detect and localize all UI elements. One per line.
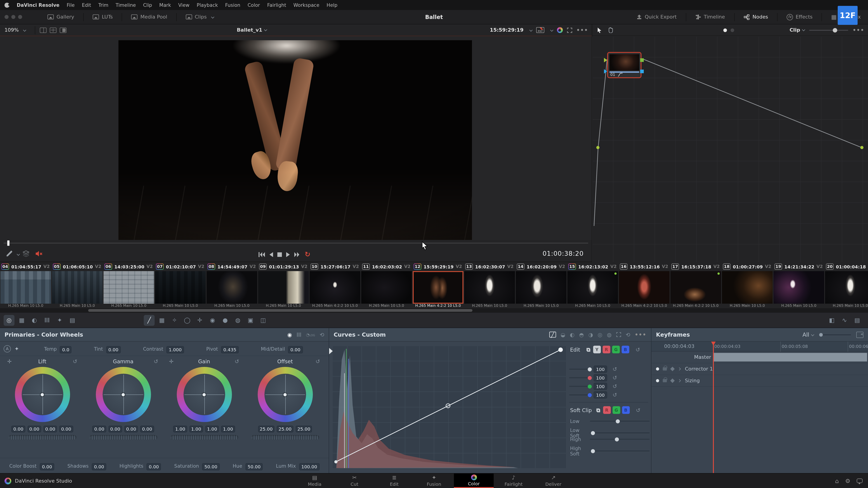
node-graph[interactable]: 01 xyxy=(592,36,868,262)
wheel-value-box[interactable]: 0.00 xyxy=(59,426,73,432)
field-value[interactable]: 0.00 xyxy=(92,463,106,470)
wheel-value-box[interactable]: 1.00 xyxy=(174,426,187,432)
chevron-down-icon[interactable] xyxy=(550,29,553,32)
curves-options-icon[interactable]: ••• xyxy=(635,331,647,338)
page-tab-fusion[interactable]: ✦Fusion xyxy=(414,474,454,488)
clip-thumbnail[interactable] xyxy=(103,271,154,304)
menu-item-help[interactable]: Help xyxy=(327,2,338,8)
color-wheels-icon[interactable]: ◎ xyxy=(4,315,14,326)
channel-slider-knob[interactable] xyxy=(588,376,592,380)
menu-item-view[interactable]: View xyxy=(178,2,189,8)
channel-button-g[interactable]: G xyxy=(612,346,620,353)
soft-slider[interactable] xyxy=(590,439,650,440)
window-minimize-button[interactable] xyxy=(11,15,16,19)
channel-slider[interactable] xyxy=(569,394,590,395)
menu-item-playback[interactable]: Playback xyxy=(197,2,218,8)
sizing-icon[interactable]: ▣ xyxy=(245,315,256,326)
hdr-grade-icon[interactable]: ◐ xyxy=(29,315,40,326)
channel-slider-knob[interactable] xyxy=(588,393,592,397)
tracker-icon[interactable]: ✛ xyxy=(194,315,205,326)
clip-number-badge[interactable]: 15 xyxy=(568,263,576,270)
wheels-mode-icon[interactable]: ◉ xyxy=(287,331,292,338)
channel-button-y[interactable]: Y xyxy=(593,346,601,353)
proxy-icon[interactable]: PXY xyxy=(536,27,544,33)
clip-number-badge[interactable]: 10 xyxy=(311,263,318,270)
page-tab-deliver[interactable]: ↗Deliver xyxy=(533,474,573,488)
clip-thumbnail[interactable] xyxy=(722,271,773,304)
clip-thumbnail[interactable] xyxy=(207,271,257,304)
clip-number-badge[interactable]: 05 xyxy=(53,263,61,270)
window-zoom-button[interactable] xyxy=(18,15,22,19)
soft-slider-knob[interactable] xyxy=(615,437,619,441)
master-wheel-slider[interactable] xyxy=(89,435,157,440)
track-lock-icon[interactable] xyxy=(663,379,667,382)
field-value[interactable]: 0.00 xyxy=(147,463,161,470)
bars-mode-icon[interactable]: ⦀⦀ xyxy=(297,331,301,338)
wheel-value-box[interactable]: 0.00 xyxy=(141,426,154,432)
timeline-button[interactable]: Timeline xyxy=(690,14,730,20)
scrollbar-thumb[interactable] xyxy=(88,309,472,312)
apple-menu-icon[interactable] xyxy=(4,2,9,7)
media-pool-button[interactable]: Media Pool xyxy=(127,10,172,24)
sat-vs-sat-icon[interactable]: ◎ xyxy=(598,331,602,338)
soft-slider-knob[interactable] xyxy=(616,419,620,423)
custom-curve-mode-icon[interactable]: ╱ xyxy=(549,332,556,337)
auto-balance-icon[interactable]: A xyxy=(4,345,11,352)
menu-item-fairlight[interactable]: Fairlight xyxy=(267,2,286,8)
clip-thumbnail[interactable] xyxy=(258,271,309,304)
rgb-output-port[interactable] xyxy=(640,58,644,62)
menu-item-edit[interactable]: Edit xyxy=(82,2,91,8)
clip-thumbnail[interactable] xyxy=(310,271,360,304)
hand-tool-icon[interactable] xyxy=(608,27,614,33)
color-picker-icon[interactable] xyxy=(6,250,12,257)
clip-number-badge[interactable]: 16 xyxy=(620,263,627,270)
channel-value[interactable]: 100 xyxy=(594,374,607,381)
page-tab-fairlight[interactable]: ♪Fairlight xyxy=(494,474,533,488)
page-tab-cut[interactable]: ✂Cut xyxy=(335,474,374,488)
color-wheel-gain[interactable] xyxy=(177,367,232,422)
wheel-value-box[interactable]: 0.00 xyxy=(92,426,106,432)
channel-reset-icon[interactable]: ↺ xyxy=(613,366,617,372)
wheel-center-handle[interactable] xyxy=(283,393,287,396)
play-button[interactable] xyxy=(286,252,290,257)
keyframe-track-sizing[interactable]: Sizing xyxy=(651,375,868,387)
node-zoom-slider[interactable] xyxy=(809,30,848,31)
hue-vs-hue-icon[interactable]: ◒ xyxy=(561,331,565,338)
wheel-value-box[interactable]: 25.00 xyxy=(296,426,312,432)
field-value[interactable]: 0.00 xyxy=(40,463,55,470)
chevron-down-icon[interactable] xyxy=(529,29,532,32)
wheel-value-box[interactable]: 1.00 xyxy=(189,426,203,432)
node-mode-select[interactable]: Clip xyxy=(789,27,805,33)
curve-graph[interactable] xyxy=(333,346,566,468)
field-value[interactable]: 1.000 xyxy=(166,346,184,353)
clip-thumbnail[interactable] xyxy=(0,271,51,304)
keyframe-zoom-slider[interactable] xyxy=(819,334,851,335)
clip-thumbnail[interactable] xyxy=(825,271,868,304)
soft-slider[interactable] xyxy=(590,432,650,433)
channel-value[interactable]: 100 xyxy=(594,383,607,390)
wheel-value-box[interactable]: 25.00 xyxy=(277,426,293,432)
page-tab-edit[interactable]: ≣Edit xyxy=(374,474,414,488)
soft-channel-button-g[interactable]: G xyxy=(612,406,620,414)
track-enable-dot[interactable] xyxy=(656,379,659,382)
motion-effects-icon[interactable]: ✦ xyxy=(54,315,65,326)
wheel-center-handle[interactable] xyxy=(122,393,125,396)
channel-value[interactable]: 100 xyxy=(594,365,607,373)
viewer-scrubber[interactable] xyxy=(0,240,592,246)
menu-item-color[interactable]: Color xyxy=(248,2,260,8)
channel-value[interactable]: 100 xyxy=(594,391,607,398)
wheel-value-box[interactable]: 0.00 xyxy=(108,426,122,432)
field-value[interactable]: 100.00 xyxy=(299,463,319,470)
effects-button[interactable]: fx Effects xyxy=(782,14,817,20)
channel-reset-icon[interactable]: ↺ xyxy=(613,375,617,381)
track-expand-chevron[interactable] xyxy=(678,367,681,370)
picker-chevron-icon[interactable] xyxy=(17,253,20,256)
clip-thumbnail[interactable] xyxy=(774,271,824,304)
clip-thumbnail[interactable] xyxy=(671,271,721,304)
page-tab-color[interactable]: Color xyxy=(454,474,494,488)
go-to-end-button[interactable] xyxy=(294,252,301,257)
viewer-options-icon[interactable]: ••• xyxy=(577,27,588,33)
clip-number-badge[interactable]: 04 xyxy=(1,263,9,270)
rgb-input-port[interactable] xyxy=(604,58,607,62)
keyframe-track-corrector-1[interactable]: Corrector 1 xyxy=(651,363,868,375)
